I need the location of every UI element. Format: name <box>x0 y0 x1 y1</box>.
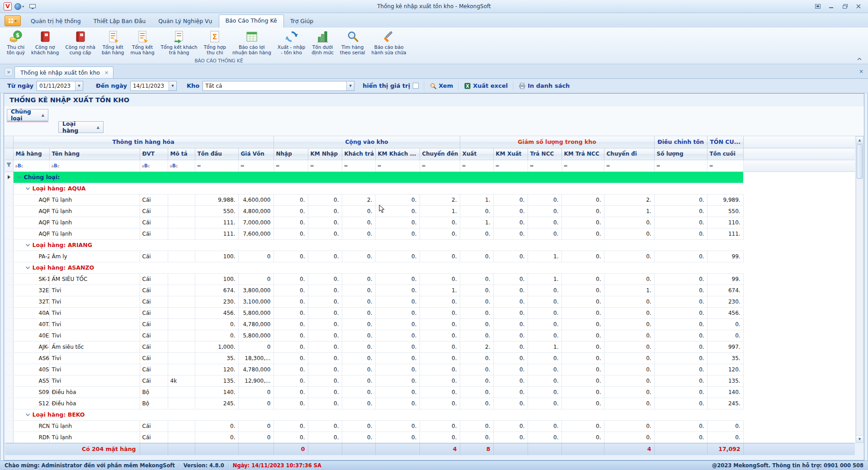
application-menu-button[interactable]: ▾ <box>5 15 21 26</box>
scroll-down-button[interactable]: ▼ <box>856 435 863 442</box>
minimize-button[interactable] <box>826 2 837 10</box>
print-list-button[interactable]: In danh sách <box>519 82 570 89</box>
ribbon-collapse-button[interactable] <box>855 56 863 62</box>
view-button[interactable]: Xem <box>430 82 453 89</box>
filter-cell-tra_ncc[interactable]: = <box>528 160 561 171</box>
column-header-km_khach[interactable]: KM Khách ... <box>375 148 420 160</box>
table-row[interactable]: SK-1...ẤM SIÊU TỐCCái100.00.0.0.0.0.0.0.… <box>5 273 855 285</box>
ribbon-button[interactable]: Tìm hàngtheo serial <box>337 28 368 56</box>
table-row[interactable]: AQR...Tủ lạnhCái111.7,600,0000.0.0.0.0.0… <box>5 228 855 239</box>
column-header-km_tra_ncc[interactable]: KM Trả NCC <box>561 148 604 160</box>
column-header-km_nhap[interactable]: KM Nhập <box>308 148 342 160</box>
column-header-km_xuat[interactable]: KM Xuất <box>493 148 528 160</box>
collapse-icon[interactable] <box>17 174 22 180</box>
filter-cell-ton_dau[interactable]: = <box>195 160 238 171</box>
filter-cell-so_luong[interactable]: = <box>654 160 707 171</box>
table-row[interactable]: 40ES...TiviCái0.5,800,0000.0.0.0.0.0.0.0… <box>5 330 855 341</box>
quick-access-button[interactable]: ▾ <box>14 3 24 10</box>
filter-cell-km_tra_ncc[interactable]: = <box>561 160 604 171</box>
menu-tab-2[interactable]: Quản Lý Nghiệp Vụ <box>152 15 218 27</box>
customize-toolbar-button[interactable] <box>27 2 38 10</box>
column-header-khach_tra[interactable]: Khách trả <box>342 148 375 160</box>
table-row[interactable]: AS5...TiviCái4k135.12,900,...0.0.0.0.0.0… <box>5 375 855 386</box>
scroll-up-button[interactable]: ▲ <box>856 137 863 144</box>
column-header-ten_hang[interactable]: Tên hàng <box>49 148 140 160</box>
filter-cell-ten_hang[interactable]: aBc <box>49 160 140 171</box>
band-header[interactable]: Thông tin hàng hóa <box>13 136 274 148</box>
table-row[interactable]: 32T...TiviCái230.3,100,0000.0.0.0.0.0.0.… <box>5 296 855 307</box>
table-row[interactable]: 32E8...TiviCái674.3,800,0000.0.0.0.1.0.0… <box>5 285 855 296</box>
table-row[interactable]: AS6...TiviCái35.18,300,...0.0.0.0.0.0.0.… <box>5 352 855 364</box>
table-row[interactable]: AQR...Tủ lạnhCái550.4,800,0000.0.0.0.1.0… <box>5 205 855 217</box>
column-header-ton_dau[interactable]: Tồn đầu <box>195 148 238 160</box>
close-button[interactable] <box>853 2 864 10</box>
group-button-loai-hang[interactable]: Loại hàng ▲ <box>58 121 104 133</box>
ribbon-button[interactable]: Tồn dướiđịnh mức <box>308 28 337 56</box>
from-date-dropdown-button[interactable]: ▼ <box>75 81 83 90</box>
menu-tab-4[interactable]: Trợ Giúp <box>284 15 320 27</box>
column-header-xuat[interactable]: Xuất <box>460 148 493 160</box>
column-header-gia_von[interactable]: Giá Vốn <box>238 148 274 160</box>
filter-cell-mo_ta[interactable]: aBc <box>168 160 195 171</box>
ribbon-button[interactable]: Tổng kếtmua hàng <box>127 28 158 56</box>
collapse-icon[interactable] <box>25 242 30 248</box>
table-row[interactable]: S12AĐiều hòaBộ245.00.0.0.0.0.0.0.0.0.0.0… <box>5 398 855 409</box>
table-row[interactable]: AJK-...Ấm siêu tốcCái1,000.00.0.0.0.0.2.… <box>5 341 855 352</box>
ribbon-button[interactable]: Tổng kếtbán hàng <box>99 28 127 56</box>
ribbon-button[interactable]: Công nợ nhàcung cấp <box>62 28 99 56</box>
ribbon-button[interactable]: ΣTổng hợpthu chi <box>201 28 229 56</box>
to-date-dropdown-button[interactable]: ▼ <box>169 81 176 90</box>
ribbon-button[interactable]: Tổng kết kháchtrả hàng <box>158 28 201 56</box>
band-header[interactable]: Giảm số lượng trong kho <box>460 136 654 148</box>
filter-cell-gia_von[interactable]: = <box>238 160 274 171</box>
menu-tab-1[interactable]: Thiết Lập Ban Đầu <box>87 15 152 27</box>
ribbon-button[interactable]: Công nợkhách hàng <box>28 28 62 56</box>
ribbon-button[interactable]: Báo cáo bảohành sửa chữa <box>368 28 410 56</box>
filter-cell-km_nhap[interactable]: = <box>308 160 342 171</box>
band-header[interactable]: Cộng vào kho <box>274 136 460 148</box>
export-excel-button[interactable]: X Xuất excel <box>464 82 508 89</box>
show-value-checkbox[interactable] <box>413 83 419 89</box>
filter-cell-chuyen_den[interactable]: = <box>420 160 460 171</box>
ribbon-button[interactable]: Xuất - nhập- tồn kho <box>274 28 308 56</box>
filter-cell-km_xuat[interactable]: = <box>493 160 528 171</box>
table-row[interactable]: 40T...TiviCái0.4,780,0000.0.0.0.0.0.0.0.… <box>5 318 855 330</box>
column-header-chuyen_den[interactable]: Chuyển đến <box>420 148 460 160</box>
subgroup-row[interactable]: Loại hàng: AQUA <box>5 183 855 194</box>
column-header-tra_ncc[interactable]: Trả NCC <box>528 148 561 160</box>
table-row[interactable]: RCN...Tủ lạnhCái0.00.0.0.0.0.0.0.0.0.0.0… <box>5 420 855 432</box>
column-header-nhap[interactable]: Nhập <box>274 148 308 160</box>
filter-cell-dvt[interactable]: aBc <box>140 160 168 171</box>
tabstrip-close-button[interactable]: × <box>859 68 863 75</box>
group-button-chung-loai[interactable]: Chủng loại ▲ <box>7 109 48 121</box>
table-row[interactable]: S09AĐiều hòaBộ140.00.0.0.0.0.0.0.0.0.0.0… <box>5 386 855 398</box>
filter-cell-khach_tra[interactable]: = <box>342 160 375 171</box>
column-header-ton_cuoi[interactable]: Tồn cuối <box>707 148 743 160</box>
column-header-so_luong[interactable]: Số lượng <box>654 148 707 160</box>
column-header-mo_ta[interactable]: Mô tả <box>168 148 195 160</box>
band-header[interactable]: TỒN CU... <box>707 136 743 148</box>
menu-tab-3[interactable]: Báo Cáo Thống Kê <box>219 14 284 28</box>
table-row[interactable]: 40S6...TiviCái120.4,780,0000.0.0.0.0.0.0… <box>5 364 855 375</box>
fullscreen-button[interactable] <box>812 2 824 10</box>
table-row[interactable]: PA-2...Âm lyCái100.00.0.0.0.0.0.0.1.0.0.… <box>5 251 855 262</box>
filter-cell-chuyen_di[interactable]: = <box>604 160 654 171</box>
menu-tab-0[interactable]: Quản trị hệ thống <box>24 15 87 27</box>
table-row[interactable]: 40A...TiviCái456.5,800,0000.0.0.0.0.0.0.… <box>5 307 855 318</box>
band-header[interactable]: Điều chỉnh tồn <box>654 136 707 148</box>
column-header-dvt[interactable]: ĐVT <box>140 148 168 160</box>
vertical-scrollbar[interactable]: ▲ ▼ <box>856 136 863 443</box>
filter-cell-xuat[interactable]: = <box>460 160 493 171</box>
column-header-ma_hang[interactable]: Mã hàng <box>13 148 49 160</box>
from-date-input[interactable] <box>37 81 75 90</box>
warehouse-dropdown-button[interactable]: ▼ <box>346 81 354 90</box>
maximize-button[interactable] <box>839 2 851 10</box>
table-row[interactable]: AQR...Tủ lạnhCái111.7,000,0000.0.0.0.0.1… <box>5 217 855 228</box>
document-tab[interactable]: Thống kê nhập xuất tồn kho × <box>14 66 113 78</box>
to-date-input[interactable] <box>131 81 169 90</box>
tab-close-icon[interactable]: × <box>104 70 108 76</box>
filter-cell-km_khach[interactable]: = <box>375 160 420 171</box>
table-row[interactable]: AQR...Tủ lạnhCái9,988.4,600,0000.0.2.0.2… <box>5 194 855 205</box>
collapse-icon[interactable] <box>25 185 30 192</box>
filter-cell-nhap[interactable]: = <box>274 160 308 171</box>
